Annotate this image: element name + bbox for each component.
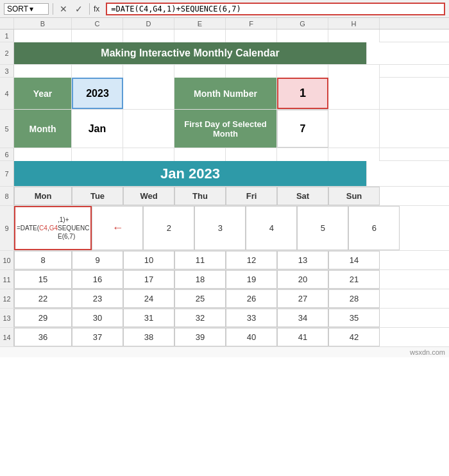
col-header-b: B (14, 18, 72, 29)
cell-4d (123, 78, 174, 109)
formula-text-suffix: ,1)+SEQUENCE(6,7) (58, 216, 89, 241)
row10-date-10: 10 (123, 251, 174, 269)
calendar-month-header: Jan 2023 (14, 161, 367, 186)
confirm-button[interactable]: ✓ (72, 3, 85, 15)
row13-date-30: 30 (72, 309, 123, 327)
row9-date-3: 3 (194, 206, 246, 250)
row-num-13: 13 (0, 309, 14, 327)
sort-dropdown[interactable]: SORT ▾ (4, 3, 49, 15)
row-num-1: 1 (0, 30, 14, 42)
day-header-sun: Sun (328, 187, 380, 205)
row10-date-14: 14 (328, 251, 380, 269)
row-num-2: 2 (0, 42, 14, 64)
row10-date-9: 9 (72, 251, 123, 269)
row12-date-27: 27 (277, 289, 328, 308)
day-header-wed: Wed (123, 187, 174, 205)
row-13: 13 29 30 31 32 33 34 35 (0, 309, 449, 328)
day-header-fri: Fri (226, 187, 277, 205)
row-9: 9 =DATE(C4,G4,1)+SEQUENCE(6,7) ← 2 3 4 5… (0, 206, 449, 251)
cell-3e (174, 65, 226, 78)
row14-date-40: 40 (226, 328, 277, 346)
year-value[interactable]: 2023 (72, 78, 123, 109)
row9-arrow: ← (92, 206, 143, 250)
row-8: 8 Mon Tue Wed Thu Fri Sat Sun (0, 187, 449, 206)
cell-1h (328, 30, 380, 42)
cell-6e (174, 148, 226, 161)
row14-date-39: 39 (174, 328, 226, 346)
row11-date-20: 20 (277, 270, 328, 289)
row9-date-6: 6 (348, 206, 400, 250)
col-header-c: C (72, 18, 123, 29)
row-12: 12 22 23 24 25 26 27 28 (0, 289, 449, 309)
row12-date-26: 26 (226, 289, 277, 308)
col-header-e: E (174, 18, 226, 29)
row13-date-34: 34 (277, 309, 328, 327)
row10-date-11: 11 (174, 251, 226, 269)
row12-date-24: 24 (123, 289, 174, 308)
day-header-sat: Sat (277, 187, 328, 205)
cell-5h (328, 110, 380, 148)
row-11: 11 15 16 17 18 19 20 21 (0, 270, 449, 289)
row-2: 2 Making Interactive Monthly Calendar (0, 42, 449, 65)
row-num-11: 11 (0, 270, 14, 289)
col-header-g: G (277, 18, 328, 29)
row12-date-22: 22 (14, 289, 72, 308)
row-1: 1 (0, 30, 449, 42)
cell-3c (72, 65, 123, 78)
row14-date-38: 38 (123, 328, 174, 346)
row-num-3: 3 (0, 65, 14, 77)
formula-ref-c4: C4 (39, 224, 47, 232)
cell-1g (277, 30, 328, 42)
toolbar: SORT ▾ ✕ ✓ fx =DATE(C4,G4,1)+SEQUENCE(6,… (0, 0, 449, 18)
row10-date-13: 13 (277, 251, 328, 269)
row11-date-18: 18 (174, 270, 226, 289)
cancel-button[interactable]: ✕ (57, 3, 70, 15)
row13-date-32: 32 (174, 309, 226, 327)
cell-4h (328, 78, 380, 109)
col-header-rownum (0, 18, 14, 29)
row-4: 4 Year 2023 Month Number 1 (0, 78, 449, 110)
row11-date-21: 21 (328, 270, 380, 289)
cell-1b (14, 30, 72, 42)
row-num-4: 4 (0, 78, 14, 109)
cell-3d (123, 65, 174, 78)
calendar-title: Making Interactive Monthly Calendar (14, 42, 367, 64)
row14-date-41: 41 (277, 328, 328, 346)
cell-1e (174, 30, 226, 42)
row-num-7: 7 (0, 161, 14, 186)
col-header-d: D (123, 18, 174, 29)
row-num-12: 12 (0, 289, 14, 308)
formula-display-cell[interactable]: =DATE(C4,G4,1)+SEQUENCE(6,7) (14, 206, 92, 250)
row12-date-23: 23 (72, 289, 123, 308)
cell-1d (123, 30, 174, 42)
col-header-h: H (328, 18, 380, 29)
cell-3b (14, 65, 72, 78)
row10-date-12: 12 (226, 251, 277, 269)
col-header-f: F (226, 18, 277, 29)
row11-date-17: 17 (123, 270, 174, 289)
row14-date-36: 36 (14, 328, 72, 346)
row-10: 10 8 9 10 11 12 13 14 (0, 251, 449, 270)
formula-bar[interactable]: =DATE(C4,G4,1)+SEQUENCE(6,7) (106, 3, 445, 15)
row13-date-29: 29 (14, 309, 72, 327)
toolbar-separator (53, 3, 53, 15)
row-num-5: 5 (0, 110, 14, 148)
cell-5d (123, 110, 174, 148)
cell-6d (123, 148, 174, 161)
cell-1c (72, 30, 123, 42)
row9-date-4: 4 (246, 206, 297, 250)
month-value[interactable]: Jan (72, 110, 123, 148)
row13-date-31: 31 (123, 309, 174, 327)
row11-date-15: 15 (14, 270, 72, 289)
row-3: 3 (0, 65, 449, 78)
row-6: 6 (0, 148, 449, 161)
row12-date-25: 25 (174, 289, 226, 308)
row-num-8: 8 (0, 187, 14, 205)
row10-date-8: 8 (14, 251, 72, 269)
cell-3h (328, 65, 380, 78)
row13-date-33: 33 (226, 309, 277, 327)
month-number-value[interactable]: 1 (277, 78, 328, 109)
row-14: 14 36 37 38 39 40 41 42 (0, 328, 449, 347)
month-number-label: Month Number (174, 78, 277, 109)
month-label: Month (14, 110, 72, 148)
